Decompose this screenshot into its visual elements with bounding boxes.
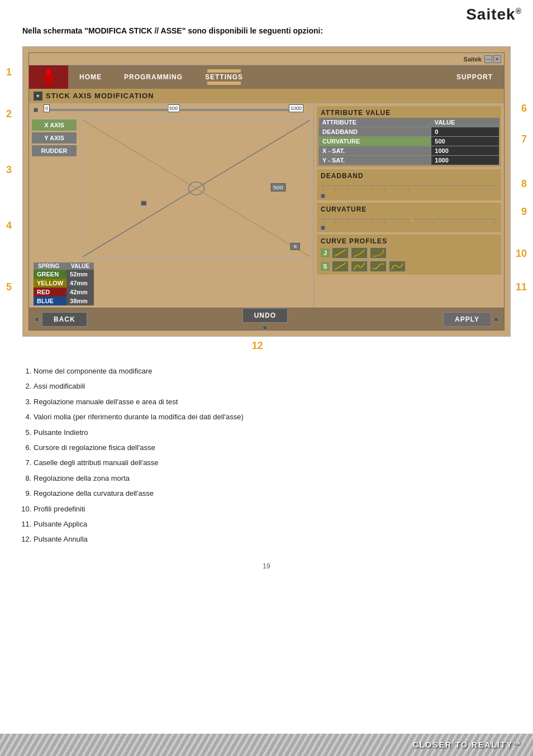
description-list: Nome del componente da modificare Assi m… (0, 348, 533, 559)
close-button[interactable]: ✕ (493, 55, 501, 63)
tick (372, 221, 373, 224)
j-curve-2[interactable] (351, 247, 368, 259)
num-label-7: 7 (521, 133, 527, 145)
s-curve-4[interactable] (389, 261, 406, 272)
tick (494, 189, 495, 192)
settings-bar-bottom (207, 82, 241, 85)
s-curve-3[interactable] (370, 261, 387, 272)
j-curve-3[interactable] (370, 247, 387, 259)
nav-bar: HOME PROGRAMMING SETTINGS SUPPORT (29, 65, 504, 89)
num-label-12: 12 (252, 340, 263, 352)
tick (384, 189, 385, 192)
deadband-label: DEADBAND (318, 171, 499, 181)
list-item: Pulsante Applica (34, 518, 511, 530)
section-title-bar: ✦ STICK AXIS MODIFICATION (29, 89, 504, 103)
rudder-button[interactable]: RUDDER (32, 145, 77, 156)
curvature-label: CURVATURE (318, 204, 499, 214)
deadband-section: DEADBAND ▲ (317, 169, 501, 200)
j-letter: J (321, 248, 330, 257)
svg-rect-2 (43, 75, 54, 79)
tick (482, 189, 483, 192)
tick (323, 189, 323, 192)
x-axis-button[interactable]: X AXIS (32, 119, 77, 131)
tick (372, 189, 373, 192)
app-window: Saitek — ✕ HOME (28, 52, 505, 331)
spring-name-yellow: YELLOW (34, 279, 66, 288)
tick (433, 189, 434, 192)
minimize-button[interactable]: — (484, 55, 492, 63)
list-item: Assi modificabili (34, 380, 511, 393)
curve-profiles-label: CURVE PROFILES (318, 236, 499, 246)
val-deadband[interactable]: 0 (431, 127, 499, 137)
slider-area[interactable]: 0 500 1000 (29, 103, 313, 117)
val-x-sat[interactable]: 1000 (431, 146, 499, 156)
val-curvature[interactable]: 500 (431, 137, 499, 146)
tick (458, 221, 458, 224)
attribute-value-title: ATTRIBUTE VALUE (318, 108, 499, 118)
spring-table: SPRING VALUE GREEN 52mm YELLOW 47m (34, 262, 94, 305)
left-panel: 0 500 1000 X AXIS Y AXIS RUDDER (29, 103, 314, 308)
num-label-8: 8 (521, 178, 527, 190)
s-curve-2[interactable] (351, 261, 368, 272)
s-curve-1[interactable] (332, 261, 349, 272)
svg-line-12 (335, 250, 346, 256)
tick (408, 189, 409, 192)
back-button[interactable]: BACK (42, 312, 87, 327)
page-header: Saitek® (0, 0, 533, 26)
deadband-indicator (318, 193, 499, 199)
spring-name-red: RED (34, 288, 66, 296)
spring-val-red[interactable]: 42mm (66, 288, 94, 296)
tick (470, 189, 470, 192)
nav-settings[interactable]: SETTINGS (194, 65, 254, 89)
table-row: Y - SAT. 1000 (319, 156, 499, 165)
svg-rect-7 (141, 201, 146, 205)
nav-support[interactable]: SUPPORT (445, 65, 504, 89)
num-label-6: 6 (521, 103, 527, 114)
right-panel: ATTRIBUTE VALUE ATTRIBUTE VALUE DEADBAND (314, 103, 504, 308)
j-curve-1[interactable] (332, 247, 349, 259)
spring-val-blue[interactable]: 38mm (66, 296, 94, 305)
title-bar-text: Saitek (32, 56, 482, 63)
list-item: Nome del componente da modificare (34, 365, 511, 377)
list-item: Valori molla (per riferimento durante la… (34, 410, 511, 423)
tick (360, 189, 360, 192)
list-item: Pulsante Annulla (34, 533, 511, 546)
slider-marker-1000: 1000 (289, 104, 303, 112)
tick (348, 221, 348, 224)
slider-track[interactable]: 0 500 1000 (44, 109, 303, 111)
spring-val-green[interactable]: 52mm (66, 270, 94, 279)
attr-curvature: CURVATURE (319, 137, 431, 146)
svg-line-13 (335, 263, 346, 270)
curvature-controls: ▲ (318, 214, 499, 225)
val-y-sat[interactable]: 1000 (431, 156, 499, 165)
svg-point-3 (46, 69, 51, 75)
tick (397, 221, 397, 224)
list-item: Caselle degli attributi manuali dell'ass… (34, 456, 511, 469)
curve-profiles-section: CURVE PROFILES J (317, 235, 501, 275)
spring-val-yellow[interactable]: 47mm (66, 279, 94, 288)
num-label-4: 4 (6, 220, 12, 232)
spring-name-blue: BLUE (34, 296, 66, 305)
tick (348, 189, 348, 192)
svg-text:500: 500 (273, 185, 283, 190)
tick (335, 221, 336, 224)
slider-indicator (34, 108, 38, 112)
table-row: X - SAT. 1000 (319, 146, 499, 156)
curvature-section: CURVATURE ▲ (317, 203, 501, 232)
undo-button[interactable]: UNDO (242, 308, 288, 323)
tick (470, 221, 470, 224)
y-axis-button[interactable]: Y AXIS (32, 132, 77, 143)
page-footer: CLOSER TO REALITY™ (0, 734, 533, 756)
nav-home[interactable]: HOME (68, 65, 113, 89)
tick (445, 189, 446, 192)
num-label-9: 9 (521, 206, 527, 218)
attribute-value-section: ATTRIBUTE VALUE ATTRIBUTE VALUE DEADBAND (317, 106, 501, 167)
apply-button[interactable]: APPLY (443, 312, 491, 327)
settings-bar-top (207, 69, 241, 73)
attr-col-header: ATTRIBUTE (319, 118, 431, 127)
nav-programming[interactable]: PROGRAMMING (113, 65, 194, 89)
tick (360, 221, 360, 224)
num-label-10: 10 (516, 248, 527, 260)
apply-btn-group: APPLY (443, 312, 498, 327)
deadband-ticks-1: ▲ (318, 181, 499, 193)
